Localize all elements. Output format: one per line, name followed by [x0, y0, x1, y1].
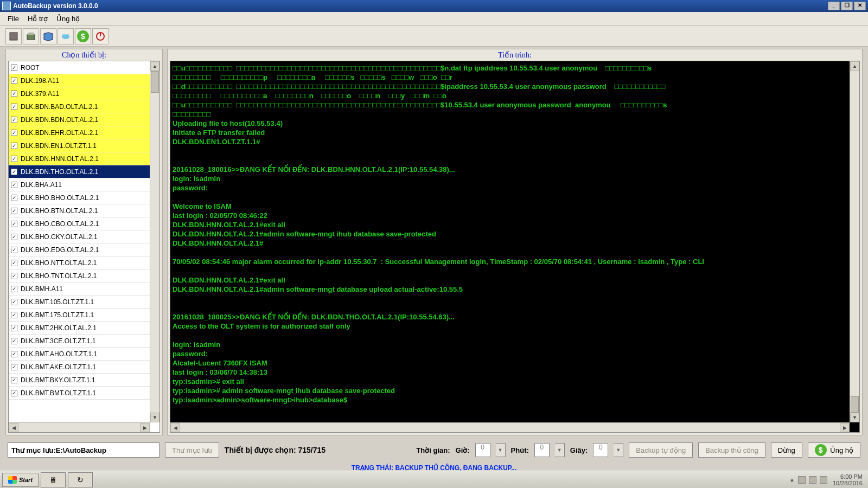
device-row[interactable]: DLK.BDN.BDN.OLT.AL.2.1 [9, 113, 150, 126]
stop-button[interactable]: Dừng [771, 442, 802, 458]
scroll-up-icon[interactable]: ▲ [850, 61, 859, 71]
chevron-up-icon[interactable]: ▲ [789, 477, 795, 483]
device-scrollbar-horizontal[interactable]: ◀ ▶ [9, 422, 150, 432]
console-line [173, 146, 847, 156]
tool-dollar-icon[interactable]: $ [75, 28, 91, 44]
tool-1[interactable] [5, 28, 22, 44]
device-row[interactable]: DLK.379.A11 [9, 87, 150, 100]
checkbox-icon[interactable] [11, 78, 17, 84]
tray-icon-2[interactable] [809, 476, 816, 484]
device-row[interactable]: DLK.BMT.AHO.OLT.ZT.1.1 [9, 348, 150, 361]
task-tile-1[interactable]: 🖥 [41, 472, 66, 487]
console-line: DLK.BDN.HNN.OLT.AL.2.1#admin software-mn… [173, 229, 847, 239]
device-row[interactable]: DLK.198.A11 [9, 74, 150, 87]
tool-cloud-icon[interactable] [58, 28, 74, 44]
checkbox-icon[interactable] [11, 247, 17, 253]
checkbox-icon[interactable] [11, 104, 17, 110]
checkbox-icon[interactable] [11, 221, 17, 227]
checkbox-icon[interactable] [11, 156, 17, 162]
hour-dropdown-icon[interactable]: ▼ [496, 443, 506, 457]
device-row[interactable]: DLK.BDN.EHR.OLT.AL.2.1 [9, 126, 150, 139]
device-row[interactable]: DLK.BDN.EN1.OLT.ZT.1.1 [9, 139, 150, 152]
device-row[interactable]: DLK.BHO.EDG.OLT.AL.2.1 [9, 243, 150, 256]
console-scrollbar-vertical[interactable]: ▲ ▼ [850, 61, 859, 422]
close-button[interactable]: ✕ [854, 2, 866, 10]
device-row[interactable]: DLK.BMH.A11 [9, 282, 150, 296]
console-scrollbar-horizontal[interactable]: ◀ ▶ [170, 422, 850, 432]
checkbox-icon[interactable] [11, 351, 17, 357]
device-row[interactable]: DLK.BHO.BTN.OLT.AL.2.1 [9, 204, 150, 217]
device-row[interactable]: DLK.BHO.CBO.OLT.AL.2.1 [9, 217, 150, 230]
device-row[interactable]: DLK.BMT.BKY.OLT.ZT.1.1 [9, 374, 150, 387]
menu-file[interactable]: File [3, 14, 23, 24]
tool-book-icon[interactable] [40, 28, 56, 44]
device-root-row[interactable]: ROOT [9, 61, 150, 74]
checkbox-icon[interactable] [11, 117, 17, 123]
scroll-left-icon[interactable]: ◀ [9, 423, 18, 432]
device-row[interactable]: DLK.BHO.BHO.OLT.AL.2.1 [9, 191, 150, 204]
device-row[interactable]: DLK.BMT.AKE.OLT.ZT.1.1 [9, 361, 150, 374]
device-row[interactable]: DLK.BMT.2HK.OLT.AL.2.1 [9, 322, 150, 335]
device-row[interactable]: DLK.BMT.BMT.OLT.ZT.1.1 [9, 387, 150, 400]
second-dropdown-icon[interactable]: ▼ [614, 443, 623, 457]
start-button[interactable]: Start [2, 473, 39, 487]
checkbox-icon[interactable] [11, 312, 17, 318]
scroll-right-icon[interactable]: ▶ [140, 423, 150, 432]
manual-backup-button[interactable]: Backup thủ công [698, 442, 765, 458]
clock[interactable]: 6:00 PM 10/28/2016 [833, 473, 863, 486]
minute-dropdown-icon[interactable]: ▼ [555, 443, 565, 457]
checkbox-icon[interactable] [11, 390, 17, 396]
scroll-down-icon[interactable]: ▼ [150, 413, 159, 422]
checkbox-icon[interactable] [11, 273, 17, 279]
device-row[interactable]: DLK.BHO.CKY.OLT.AL.2.1 [9, 230, 150, 243]
maximize-button[interactable]: ❐ [841, 2, 853, 10]
tool-power-icon[interactable] [92, 28, 108, 44]
minimize-button[interactable]: _ [828, 2, 840, 10]
checkbox-icon[interactable] [11, 234, 17, 240]
scroll-right-icon[interactable]: ▶ [840, 423, 850, 432]
menu-help[interactable]: Hỗ trợ [23, 14, 52, 24]
minute-select[interactable]: 0 [534, 443, 550, 457]
scroll-thumb[interactable] [151, 71, 159, 93]
checkbox-icon[interactable] [11, 130, 17, 136]
second-select[interactable]: 0 [593, 443, 608, 457]
browse-button[interactable]: Thư mục lưu [165, 442, 219, 458]
scroll-down-icon[interactable]: ▼ [850, 413, 859, 422]
task-tile-2[interactable]: ↻ [68, 472, 93, 487]
checkbox-icon[interactable] [11, 299, 17, 305]
checkbox-icon[interactable] [11, 195, 17, 201]
device-label: DLK.379.A11 [21, 90, 59, 98]
checkbox-icon[interactable] [11, 208, 17, 214]
donate-button[interactable]: $ Ủng hộ [808, 442, 860, 458]
device-row[interactable]: DLK.BHO.NTT.OLT.AL.2.1 [9, 256, 150, 269]
device-row[interactable]: DLK.BMT.175.OLT.ZT.1.1 [9, 309, 150, 322]
device-row[interactable]: DLK.BHA.A11 [9, 178, 150, 191]
scroll-up-icon[interactable]: ▲ [150, 61, 159, 71]
device-row[interactable]: DLK.BMT.3CE.OLT.ZT.1.1 [9, 335, 150, 348]
scroll-left-icon[interactable]: ◀ [170, 423, 180, 432]
checkbox-icon[interactable] [11, 143, 17, 149]
checkbox-icon[interactable] [11, 91, 17, 97]
menu-donate[interactable]: Ủng hộ [52, 14, 84, 24]
device-row[interactable]: DLK.BHO.TNT.OLT.AL.2.1 [9, 269, 150, 282]
tray-icon-1[interactable] [798, 476, 806, 484]
checkbox-icon[interactable] [11, 260, 17, 266]
checkbox-icon[interactable] [11, 377, 17, 383]
checkbox-icon[interactable] [11, 182, 17, 188]
checkbox-icon[interactable] [11, 338, 17, 344]
device-row[interactable]: DLK.BDN.BAD.OLT.AL.2.1 [9, 100, 150, 113]
device-scrollbar-vertical[interactable]: ▲ ▼ [150, 61, 159, 422]
checkbox-icon[interactable] [11, 65, 17, 71]
auto-backup-button[interactable]: Backup tự động [629, 442, 693, 458]
checkbox-icon[interactable] [11, 325, 17, 331]
device-row[interactable]: DLK.BDN.THO.OLT.AL.2.1 [9, 165, 150, 178]
hour-select[interactable]: 0 [475, 443, 490, 457]
tool-2[interactable] [23, 28, 39, 44]
tray-icon-3[interactable] [820, 476, 827, 484]
checkbox-icon[interactable] [11, 286, 17, 292]
checkbox-icon[interactable] [11, 364, 17, 370]
device-row[interactable]: DLK.BDN.HNN.OLT.AL.2.1 [9, 152, 150, 165]
checkbox-icon[interactable] [11, 169, 17, 175]
scroll-thumb[interactable] [851, 396, 859, 413]
device-row[interactable]: DLK.BMT.105.OLT.ZT.1.1 [9, 296, 150, 309]
